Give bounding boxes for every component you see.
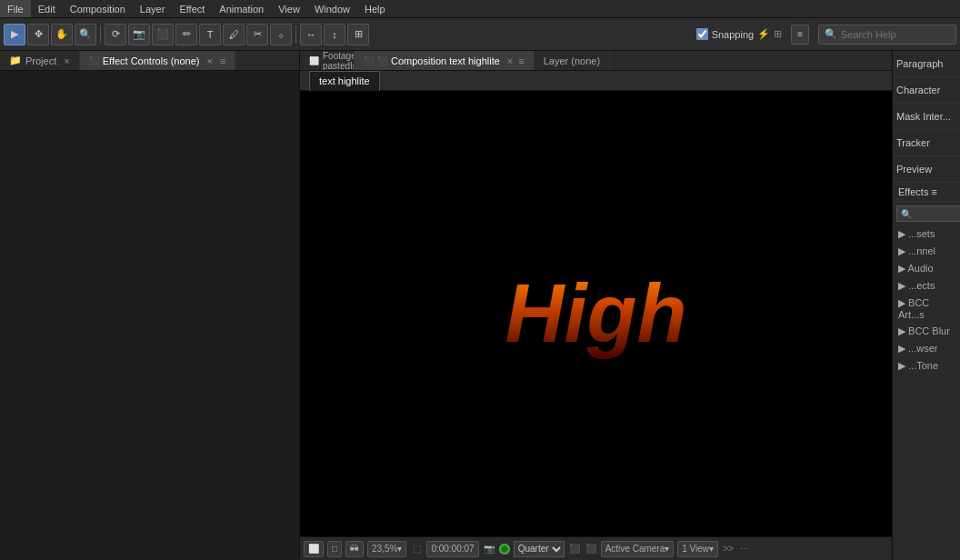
snapping-icon2: ⊞ <box>774 28 782 40</box>
left-panel-content <box>0 71 299 560</box>
tool-select[interactable]: ▶ <box>4 24 25 45</box>
menu-layer[interactable]: Layer <box>133 0 173 17</box>
tab-effect-controls[interactable]: ⬛ Effect Controls (none) × ≡ <box>80 51 236 70</box>
preview-3d-btn[interactable]: 🕶 <box>345 541 364 557</box>
view-extra-btn[interactable]: >> <box>722 543 735 555</box>
effects-search-input[interactable] <box>896 205 960 222</box>
preview-timecode[interactable]: 0:00:00:07 <box>426 541 478 557</box>
effects-header: Effects ≡ <box>893 183 960 202</box>
preview-zoom-select[interactable]: 23,5% ▾ <box>367 541 406 557</box>
tab-footage[interactable]: ⬜ Footage pastedImage_0.png <box>300 51 355 70</box>
preview-toolbar: ⬜ □ 🕶 23,5% ▾ ⬚ 0:00:00:07 📷 Quarter Hal… <box>300 536 892 560</box>
menu-composition[interactable]: Composition <box>63 0 133 17</box>
search-input[interactable] <box>841 29 950 40</box>
menu-help[interactable]: Help <box>357 0 393 17</box>
preview-zoom-label: 23,5% <box>372 544 397 554</box>
project-panel <box>0 71 299 560</box>
toolbar-sep-2 <box>295 25 296 44</box>
view-mode-chevron: ▾ <box>709 544 714 554</box>
effects-group-2[interactable]: ▶ Audio <box>893 260 960 277</box>
panel-tabs-left: 📁 Project × ⬛ Effect Controls (none) × ≡ <box>0 51 299 71</box>
comp-main-icon: ⬛ <box>364 56 374 65</box>
menu-animation[interactable]: Animation <box>212 0 271 17</box>
snapping-area: Snapping ⚡ ⊞ <box>696 28 783 40</box>
preview-camera-btn[interactable]: 📷 <box>483 543 495 555</box>
tab-text-highlite-label: text highlite <box>319 75 370 86</box>
preview-area: High <box>300 91 892 536</box>
tab-text-highlite[interactable]: text highlite <box>309 71 380 91</box>
menu-effect[interactable]: Effect <box>172 0 212 17</box>
tool-extra3[interactable]: ⊞ <box>347 24 369 45</box>
effects-group-3[interactable]: ▶ ...ects <box>893 277 960 295</box>
tab-effect-controls-label: Effect Controls (none) <box>103 55 200 66</box>
menu-file[interactable]: File <box>0 0 31 17</box>
toolbar-sep-1 <box>100 25 101 44</box>
project-tab-close[interactable]: × <box>64 55 69 66</box>
tab-layer-none-label: Layer (none) <box>544 55 600 66</box>
preview-fit-btn[interactable]: ⬚ <box>410 543 423 555</box>
effects-group-0[interactable]: ▶ ...sets <box>893 225 960 243</box>
toolbar: ▶ ✥ ✋ 🔍 ⟳ 📷 ⬛ ✏ T 🖊 ✂ ⬦ ↔ ↕ ⊞ Snapping ⚡… <box>0 18 960 51</box>
active-camera-chevron: ▾ <box>665 544 669 554</box>
comp-main-close[interactable]: × <box>507 55 513 66</box>
menu-window[interactable]: Window <box>307 0 357 17</box>
effect-controls-menu[interactable]: ≡ <box>220 55 225 66</box>
view-mode-btn[interactable]: 1 View ▾ <box>677 541 718 557</box>
main-layout: 📁 Project × ⬛ Effect Controls (none) × ≡… <box>0 51 960 560</box>
effect-controls-icon: ⬛ <box>89 56 99 65</box>
tool-zoom[interactable]: 🔍 <box>75 24 96 45</box>
tab-layer-none[interactable]: Layer (none) <box>535 51 610 70</box>
effects-group-5[interactable]: ▶ BCC Blur <box>893 323 960 340</box>
panel-character[interactable]: Character <box>893 77 960 104</box>
workspace-label: ≡ <box>797 29 803 39</box>
tool-extra2[interactable]: ↕ <box>324 24 345 45</box>
preview-timecode-value: 0:00:00:07 <box>431 544 474 554</box>
menu-edit[interactable]: Edit <box>31 0 63 17</box>
tool-move[interactable]: ✥ <box>27 24 49 45</box>
panel-paragraph[interactable]: Paragraph <box>893 51 960 77</box>
preview-comp-btn[interactable]: □ <box>327 541 342 557</box>
comp-main-icon2: ⬛ <box>377 56 387 65</box>
tool-rotate[interactable]: ⟳ <box>105 24 126 45</box>
effects-group-1[interactable]: ▶ ...nnel <box>893 243 960 260</box>
preview-toggle-1[interactable]: ⬛ <box>568 543 581 555</box>
effects-group-4[interactable]: ▶ BCC Art...s <box>893 295 960 323</box>
tab-project[interactable]: 📁 Project × <box>0 51 80 70</box>
tool-hand[interactable]: ✋ <box>51 24 73 45</box>
search-box: 🔍 <box>818 25 956 45</box>
comp-sub-tabs: text highlite <box>300 71 892 91</box>
comp-tabs-row: ⬜ Footage pastedImage_0.png ⬛ ⬛ Composit… <box>300 51 892 71</box>
snapping-icon1: ⚡ <box>757 28 770 40</box>
project-icon: 📁 <box>9 55 22 66</box>
preview-quality-select[interactable]: Quarter Half Full <box>514 541 565 557</box>
workspace-selector[interactable]: ≡ <box>791 25 809 45</box>
panel-tracker[interactable]: Tracker <box>893 130 960 156</box>
preview-region-btn[interactable]: ⬜ <box>304 541 324 557</box>
tool-rect[interactable]: ⬛ <box>152 24 174 45</box>
effects-group-7[interactable]: ▶ ...Tone <box>893 357 960 375</box>
preview-text: High <box>505 267 687 361</box>
effect-controls-close[interactable]: × <box>206 55 212 66</box>
view-dots-btn[interactable]: ⋯ <box>738 543 751 555</box>
active-camera-btn[interactable]: Active Camera ▾ <box>601 541 675 557</box>
menu-view[interactable]: View <box>271 0 307 17</box>
active-camera-label: Active Camera <box>605 544 665 554</box>
preview-toggle-2[interactable]: ⬛ <box>585 543 597 555</box>
preview-color-btn[interactable] <box>499 544 510 555</box>
comp-main-menu[interactable]: ≡ <box>518 55 524 66</box>
center-area: ⬜ Footage pastedImage_0.png ⬛ ⬛ Composit… <box>300 51 892 560</box>
tool-pen[interactable]: ✏ <box>175 24 197 45</box>
panel-mask-interpolation[interactable]: Mask Inter... <box>893 104 960 130</box>
effects-group-6[interactable]: ▶ ...wser <box>893 340 960 357</box>
tab-comp-main[interactable]: ⬛ ⬛ Composition text highlite × ≡ <box>355 51 535 70</box>
tool-stamp[interactable]: ✂ <box>246 24 268 45</box>
tab-comp-main-label: Composition text highlite <box>391 55 500 66</box>
panel-preview[interactable]: Preview <box>893 156 960 183</box>
tool-text[interactable]: T <box>199 24 221 45</box>
snapping-checkbox[interactable] <box>696 28 708 40</box>
tool-brush[interactable]: 🖊 <box>223 24 245 45</box>
tool-puppet[interactable]: ⬦ <box>270 24 292 45</box>
tool-camera[interactable]: 📷 <box>128 24 150 45</box>
preview-canvas: High <box>396 201 796 426</box>
tool-extra1[interactable]: ↔ <box>300 24 322 45</box>
